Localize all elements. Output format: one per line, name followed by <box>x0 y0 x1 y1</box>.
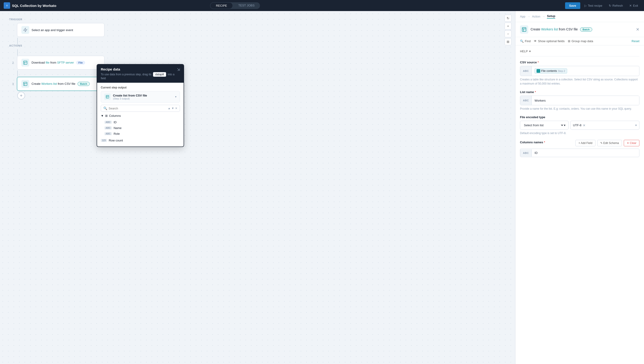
list-name-field: List name * ABC Provide a name for the l… <box>520 90 640 111</box>
datapill-resize-icon[interactable]: ⇲ <box>177 67 180 72</box>
trigger-section-label: TRIGGER <box>9 18 506 21</box>
find-icon: 🔍 <box>520 39 524 43</box>
panel-close-button[interactable]: ✕ <box>636 27 640 32</box>
col-name-label: Name <box>114 126 122 130</box>
step2-icon <box>22 59 29 67</box>
columns-list: ABC ID ABC Name ABC Role <box>101 119 180 137</box>
edit-schema-button[interactable]: ✎ Edit Schema <box>597 140 622 146</box>
columns-grid-icon: ⊞ <box>105 114 108 117</box>
datapill-title: Recipe data <box>101 67 177 71</box>
eye-icon: 👁 <box>534 39 537 43</box>
datapill-desc: To use data from a previous step, drag i… <box>101 72 177 80</box>
toolbar-find[interactable]: 🔍 Find <box>520 39 530 43</box>
step-output-item[interactable]: Create list from CSV file (Step 3 output… <box>101 91 180 103</box>
toolbar-show-optional[interactable]: 👁 Show optional fields <box>534 39 564 43</box>
logo-icon: ≡ <box>4 2 10 9</box>
columns-label: Columns <box>109 114 121 117</box>
breadcrumb-action[interactable]: Action <box>532 15 540 18</box>
navbar: ≡ SQL Collection by Workato RECIPE TEST … <box>0 0 644 11</box>
actions-section-label: ACTIONS <box>9 44 506 47</box>
list-item[interactable]: ABC ID <box>104 119 180 125</box>
refresh-icon: ↻ <box>609 4 611 7</box>
step-output-title: Create list from CSV file <box>113 94 147 97</box>
select-chevron-icon: ▾ <box>564 123 566 127</box>
step2-text: Download file from SFTP server File <box>32 61 85 65</box>
step2-badge: File <box>76 61 85 65</box>
encoding-chevron-icon: ▾ <box>635 123 637 127</box>
canvas-zoom-out-btn[interactable]: − <box>504 30 512 37</box>
step3-card[interactable]: Create Workers list from CSV file Batch <box>17 77 104 91</box>
columns-names-header: Columns names * + Add Field ✎ Edit Schem… <box>520 140 640 146</box>
search-prev-btn[interactable]: ▲ <box>168 107 170 110</box>
col-id-type-badge: ABC <box>520 149 532 157</box>
step2-card[interactable]: Download file from SFTP server File <box>17 56 104 70</box>
csv-source-label: CSV source * <box>520 61 640 64</box>
canvas-zoom-in-btn[interactable]: + <box>504 23 512 30</box>
toolbar-group-map[interactable]: ⊞ Group map data <box>568 39 593 43</box>
search-next-btn[interactable]: ▼ <box>172 107 174 110</box>
list-name-input[interactable] <box>532 96 639 105</box>
datapill-search-input[interactable] <box>108 107 166 110</box>
trigger-step-icon <box>22 26 29 34</box>
svg-marker-0 <box>24 28 27 32</box>
csv-source-required: * <box>538 61 539 64</box>
breadcrumb-app[interactable]: App <box>520 15 525 18</box>
canvas-refresh-btn[interactable]: ↻ <box>504 15 512 22</box>
file-encoded-type-field: File encoded type Select from list ▾ UTF… <box>520 115 640 135</box>
breadcrumb-setup[interactable]: Setup <box>547 14 555 19</box>
csv-source-pill[interactable]: File contents Step 2 <box>534 68 567 74</box>
file-encoded-type-selects: Select from list ▾ UTF-8 ✕ ▾ <box>520 121 640 130</box>
list-name-desc: Provide a name for the list. E.g: contac… <box>520 107 640 111</box>
csv-source-pill-step: Step 2 <box>558 70 565 72</box>
search-clear-btn[interactable]: ✕ <box>175 107 178 110</box>
panel-toolbar: 🔍 Find 👁 Show optional fields ⊞ Group ma… <box>516 37 644 45</box>
exit-button[interactable]: ✕ Exit <box>627 3 640 9</box>
svg-rect-2 <box>24 82 27 86</box>
columns-names-label: Columns names * <box>520 140 545 144</box>
connector-1 <box>17 38 18 44</box>
step2-row: 2 Download file from SFTP server File <box>9 56 506 70</box>
encoding-select[interactable]: UTF-8 ✕ ▾ <box>570 121 640 130</box>
col-id-value: ID <box>532 149 639 157</box>
tab-test-jobs[interactable]: TEST JOBS <box>233 2 260 9</box>
datapill-body: Current step output Create list from CSV… <box>97 83 184 146</box>
app-logo: ≡ SQL Collection by Workato <box>4 2 56 9</box>
columns-header[interactable]: ▼ ⊞ Columns <box>101 114 180 117</box>
nav-tabs: RECIPE TEST JOBS <box>210 2 260 9</box>
step3-num: 3 <box>9 82 14 86</box>
save-button[interactable]: Save <box>565 2 580 9</box>
canvas-fit-btn[interactable]: ⊞ <box>504 38 512 45</box>
add-step-button[interactable]: + <box>17 92 25 100</box>
refresh-button[interactable]: ↻ Refresh <box>606 3 625 9</box>
app-title: SQL Collection by Workato <box>12 4 56 8</box>
main-layout: ↻ + − ⊞ TRIGGER Select an app and trigge… <box>0 11 644 364</box>
list-item[interactable]: ABC Name <box>104 125 180 131</box>
help-chevron: ▾ <box>529 50 531 53</box>
panel-title-link: Workers list <box>541 28 558 31</box>
step3-link1: Workers list <box>42 82 57 85</box>
reset-button[interactable]: Reset <box>632 39 640 43</box>
step2-link1: file <box>46 61 50 64</box>
breadcrumb-arrow-1: → <box>527 15 530 18</box>
clear-button[interactable]: ✕ Clear <box>624 140 640 146</box>
help-section[interactable]: HELP ▾ <box>520 50 640 56</box>
file-encoded-type-select[interactable]: Select from list ▾ <box>520 121 568 130</box>
list-item[interactable]: 123 Row count <box>101 137 180 143</box>
list-item[interactable]: ABC Role <box>104 131 180 137</box>
trigger-step-card[interactable]: Select an app and trigger event <box>17 23 104 37</box>
step2-num: 2 <box>9 61 14 65</box>
recipe-canvas: ↻ + − ⊞ TRIGGER Select an app and trigge… <box>0 11 515 364</box>
csv-source-desc: Creates a table like structure in a coll… <box>520 77 640 86</box>
step3-icon <box>22 80 29 88</box>
file-encoded-type-desc: Default encoding type is set to UTF-8. <box>520 131 640 135</box>
encoding-clear-button[interactable]: ✕ <box>583 123 586 127</box>
file-encoded-type-select-input[interactable]: Select from list <box>523 123 564 127</box>
list-name-label: List name * <box>520 90 640 94</box>
tab-recipe[interactable]: RECIPE <box>210 2 232 9</box>
col-role-label: Role <box>114 132 120 135</box>
test-recipe-button[interactable]: ▷ Test recipe <box>582 3 605 9</box>
row-count-label: Row count <box>109 139 123 142</box>
add-field-button[interactable]: + Add Field <box>576 140 595 146</box>
datapill-popup-header: Recipe data To use data from a previous … <box>97 65 184 83</box>
datapill-popup: Recipe data To use data from a previous … <box>97 64 184 147</box>
